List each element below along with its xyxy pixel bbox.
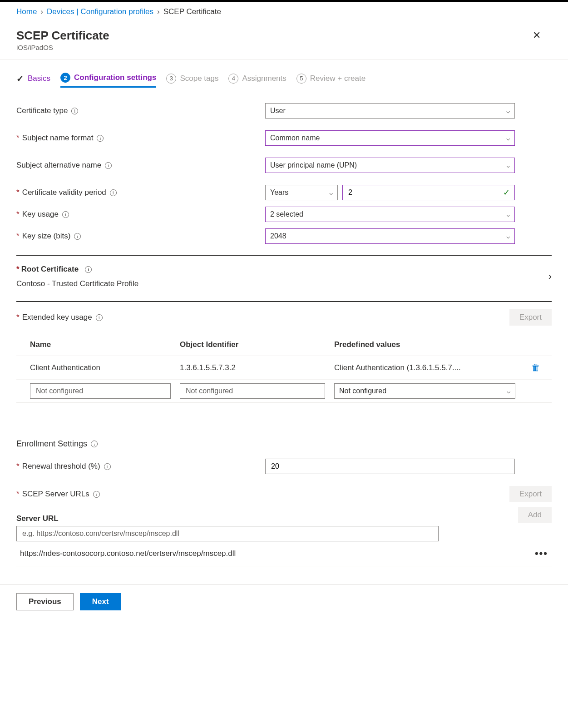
select-value: Common name: [270, 134, 320, 142]
select-certificate-type[interactable]: User ⌵: [265, 103, 515, 119]
wizard-footer: Previous Next: [0, 584, 568, 619]
more-actions-button[interactable]: •••: [535, 548, 548, 560]
row-key-usage: * Key usage i 2 selected ⌵: [16, 207, 552, 222]
export-eku-button[interactable]: Export: [509, 309, 552, 326]
select-key-size[interactable]: 2048 ⌵: [265, 228, 515, 244]
chevron-down-icon: ⌵: [506, 107, 510, 114]
col-oid: Object Identifier: [180, 340, 334, 349]
checkmark-icon: ✓: [16, 73, 24, 84]
info-icon[interactable]: i: [96, 314, 103, 321]
select-value: User: [270, 107, 286, 115]
eku-name-input[interactable]: [30, 383, 171, 399]
tab-configuration-settings[interactable]: 2 Configuration settings: [60, 73, 156, 88]
tab-label: Review + create: [310, 74, 365, 83]
eku-section-header: * Extended key usage i Export: [16, 309, 552, 326]
info-icon[interactable]: i: [74, 233, 81, 240]
panel: SCEP Certificate iOS/iPadOS ✕ ✓ Basics 2…: [0, 22, 568, 619]
info-icon[interactable]: i: [62, 211, 69, 218]
required-icon: *: [16, 313, 20, 322]
breadcrumb-devices[interactable]: Devices | Configuration profiles: [47, 7, 153, 16]
label-enrollment: Enrollment Settings: [16, 439, 87, 449]
tab-scope-tags[interactable]: 3 Scope tags: [166, 74, 218, 87]
chevron-down-icon: ⌵: [506, 233, 510, 240]
trash-icon: 🗑: [531, 362, 540, 372]
label-subject-name-format: Subject name format: [22, 134, 94, 143]
add-url-button[interactable]: Add: [518, 507, 552, 523]
breadcrumb-home[interactable]: Home: [16, 7, 37, 16]
label-root-cert: Root Certificate: [21, 265, 79, 274]
chevron-right-icon: ›: [548, 271, 552, 282]
info-icon[interactable]: i: [93, 491, 100, 498]
tab-basics[interactable]: ✓ Basics: [16, 73, 50, 88]
eku-oid-field[interactable]: [185, 386, 311, 396]
enrollment-settings-header: Enrollment Settings i: [16, 439, 552, 449]
page-subtitle: iOS/iPadOS: [16, 44, 529, 51]
next-button[interactable]: Next: [80, 593, 121, 610]
select-subject-name-format[interactable]: Common name ⌵: [265, 130, 515, 146]
info-icon[interactable]: i: [91, 441, 98, 447]
previous-button[interactable]: Previous: [16, 593, 74, 610]
server-url-field[interactable]: [21, 529, 425, 538]
eku-predef-select[interactable]: Not configured ⌵: [334, 383, 515, 399]
form-body: ✓ Basics 2 Configuration settings 3 Scop…: [0, 59, 568, 584]
wizard-tabs: ✓ Basics 2 Configuration settings 3 Scop…: [16, 73, 552, 88]
eku-table-row: Client Authentication 1.3.6.1.5.5.7.3.2 …: [16, 356, 552, 380]
input-server-url[interactable]: [16, 526, 439, 541]
row-san: Subject alternative name i User principa…: [16, 158, 552, 173]
select-key-usage[interactable]: 2 selected ⌵: [265, 207, 515, 222]
select-validity-unit[interactable]: Years ⌵: [265, 185, 338, 200]
col-predef: Predefined values: [334, 340, 524, 349]
input-renewal[interactable]: [265, 459, 515, 474]
breadcrumb-current: SCEP Certificate: [163, 7, 221, 16]
info-icon[interactable]: i: [97, 135, 104, 142]
required-icon: *: [16, 265, 20, 274]
required-icon: *: [16, 134, 20, 143]
chevron-down-icon: ⌵: [506, 162, 510, 169]
root-cert-value: Contoso - Trusted Certificate Profile: [16, 279, 138, 288]
url-value: https://ndes-contosocorp.contoso.net/cer…: [20, 549, 236, 558]
validity-value-field[interactable]: [347, 188, 501, 197]
chevron-down-icon: ⌵: [506, 134, 510, 142]
input-validity-value[interactable]: ✓: [342, 185, 515, 200]
eku-oid-input[interactable]: [180, 383, 325, 399]
required-icon: *: [16, 210, 20, 219]
label-validity: Certificate validity period: [22, 188, 106, 197]
info-icon[interactable]: i: [104, 463, 111, 470]
required-icon: *: [16, 188, 20, 197]
step-number-icon: 3: [166, 74, 176, 84]
root-certificate-picker[interactable]: * Root Certificate i Contoso - Trusted C…: [16, 263, 552, 290]
info-icon[interactable]: i: [110, 189, 117, 196]
row-certificate-type: Certificate type i User ⌵: [16, 103, 552, 119]
label-server-url: Server URL: [16, 514, 59, 523]
select-san[interactable]: User principal name (UPN) ⌵: [265, 158, 515, 173]
tab-label: Assignments: [242, 74, 286, 83]
export-urls-button[interactable]: Export: [509, 486, 552, 502]
chevron-right-icon: ›: [40, 7, 43, 16]
select-value: User principal name (UPN): [270, 161, 357, 169]
panel-header: SCEP Certificate iOS/iPadOS ✕: [0, 22, 568, 59]
renewal-field[interactable]: [270, 462, 501, 471]
breadcrumb: Home › Devices | Configuration profiles …: [0, 2, 568, 22]
tab-assignments[interactable]: 4 Assignments: [228, 74, 286, 87]
divider: [16, 255, 552, 256]
tab-label: Configuration settings: [74, 73, 156, 82]
select-value: 2048: [270, 232, 286, 240]
delete-row-button[interactable]: 🗑: [524, 362, 547, 373]
label-renewal: Renewal threshold (%): [22, 462, 100, 471]
row-subject-name-format: * Subject name format i Common name ⌵: [16, 130, 552, 146]
tab-review-create[interactable]: 5 Review + create: [296, 74, 365, 87]
label-key-size: Key size (bits): [22, 232, 71, 241]
row-renewal: * Renewal threshold (%) i: [16, 459, 552, 474]
col-name: Name: [30, 340, 180, 349]
info-icon[interactable]: i: [105, 162, 112, 169]
required-icon: *: [16, 462, 20, 471]
label-eku: Extended key usage: [22, 313, 92, 322]
eku-name-field[interactable]: [35, 386, 157, 396]
cell-predef: Client Authentication (1.3.6.1.5.5.7....: [334, 363, 524, 372]
close-button[interactable]: ✕: [529, 29, 544, 42]
divider: [16, 301, 552, 302]
info-icon[interactable]: i: [71, 108, 78, 114]
chevron-right-icon: ›: [157, 7, 160, 16]
info-icon[interactable]: i: [85, 266, 92, 273]
select-value: Not configured: [339, 387, 386, 395]
